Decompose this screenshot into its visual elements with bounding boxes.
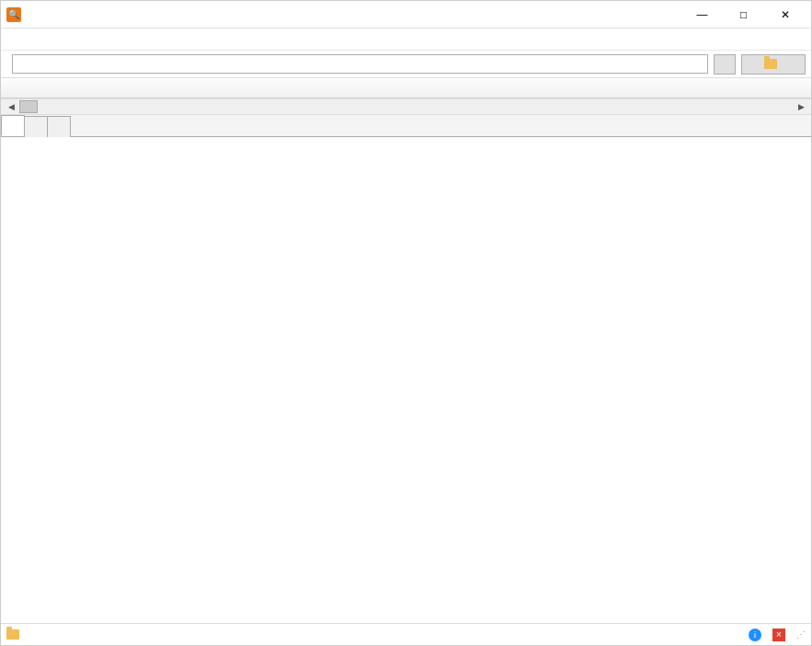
add-button[interactable] — [741, 54, 806, 75]
minimize-button[interactable]: — — [681, 2, 723, 28]
statusbar: i × ⋰ — [1, 623, 811, 645]
menu-help[interactable] — [65, 38, 84, 41]
resize-grip[interactable]: ⋰ — [796, 629, 806, 640]
close-button[interactable]: ✕ — [764, 2, 806, 28]
scroll-thumb[interactable] — [19, 100, 38, 113]
scroll-right-icon[interactable]: ▶ — [795, 100, 807, 113]
menubar — [1, 29, 811, 51]
info-icon[interactable]: i — [749, 629, 761, 641]
error-icon[interactable]: × — [772, 629, 785, 641]
folder-icon — [764, 59, 777, 69]
app-icon: 🔍 — [6, 7, 21, 22]
menu-directories[interactable] — [25, 38, 43, 41]
scroll-left-icon[interactable]: ◀ — [5, 100, 17, 113]
menu-file[interactable] — [5, 38, 23, 41]
tab-text-log[interactable] — [1, 115, 25, 136]
titlebar: 🔍 — □ ✕ — [1, 1, 811, 29]
status-folder-icon — [6, 629, 19, 640]
browse-button[interactable] — [714, 54, 736, 75]
grid-header — [1, 78, 811, 98]
text-log[interactable] — [1, 137, 811, 623]
menu-log[interactable] — [45, 38, 63, 41]
quick-add-bar — [1, 51, 811, 78]
tab-activity-log[interactable] — [47, 116, 71, 137]
maximize-button[interactable]: □ — [723, 2, 764, 28]
directory-grid — [1, 78, 811, 98]
grid-hscroll[interactable]: ◀ ▶ — [1, 98, 811, 115]
tab-grid-log[interactable] — [24, 116, 48, 137]
log-tabs — [1, 115, 811, 137]
quick-add-input[interactable] — [12, 54, 708, 74]
